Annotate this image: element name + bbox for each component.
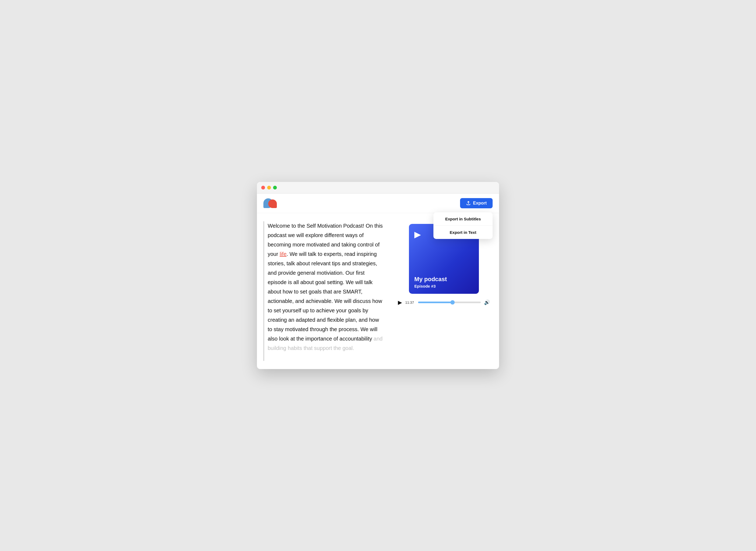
transcript-highlight-word: life — [279, 251, 286, 257]
app-window: Export Export in Subtitles Export in Tex… — [257, 182, 499, 369]
transcript-text-after: . We will talk to experts, read inspirin… — [268, 251, 383, 351]
logo-front-bubble — [268, 199, 277, 208]
titlebar — [257, 182, 499, 193]
transcript-panel: Welcome to the Self Motivation Podcast! … — [263, 221, 385, 361]
minimize-button[interactable] — [267, 186, 271, 189]
audio-player: ▶ 11:37 🔊 — [395, 299, 493, 306]
export-subtitles-item[interactable]: Export in Subtitles — [434, 212, 493, 226]
audio-time: 11:37 — [405, 301, 415, 305]
app-logo — [263, 197, 278, 209]
export-text-item[interactable]: Export in Text — [434, 226, 493, 239]
export-dropdown: Export in Subtitles Export in Text — [434, 212, 493, 239]
volume-icon[interactable]: 🔊 — [484, 300, 490, 305]
accent-bar — [263, 221, 264, 361]
media-panel: ▶ My podcast Episode #3 ▶ 11:37 🔊 — [395, 221, 493, 361]
maximize-button[interactable] — [273, 186, 277, 189]
close-button[interactable] — [261, 186, 265, 189]
header: Export Export in Subtitles Export in Tex… — [257, 193, 499, 213]
export-icon — [466, 201, 471, 205]
export-button-label: Export — [473, 201, 487, 205]
audio-progress-bar[interactable] — [418, 302, 481, 303]
audio-play-button[interactable]: ▶ — [398, 299, 402, 306]
transcript-text: Welcome to the Self Motivation Podcast! … — [268, 221, 385, 353]
podcast-card-episode: Episode #3 — [414, 284, 474, 289]
podcast-card-title: My podcast — [414, 276, 474, 283]
audio-progress-fill — [418, 302, 453, 303]
audio-progress-thumb — [450, 300, 455, 305]
export-button[interactable]: Export — [460, 198, 493, 208]
